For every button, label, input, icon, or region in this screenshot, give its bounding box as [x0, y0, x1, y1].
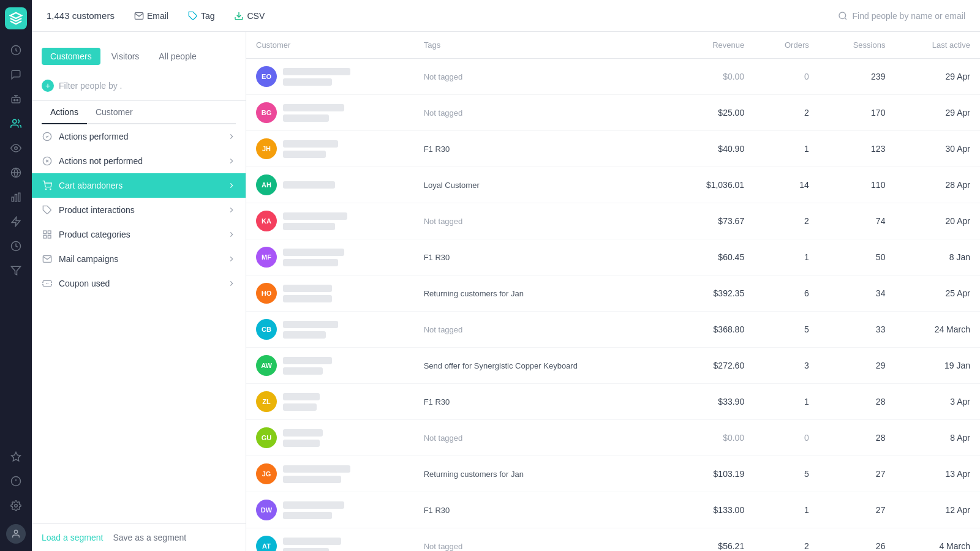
sidebar-alert-icon[interactable] — [5, 470, 27, 492]
name-blur-2 — [283, 114, 329, 122]
sidebar-bar-chart-icon[interactable] — [5, 186, 27, 208]
table-row[interactable]: AT Not tagged $56.21 2 26 4 March — [246, 528, 980, 552]
menu-item-cart-abandoners[interactable]: Cart abandoners — [32, 173, 246, 198]
csv-icon — [234, 11, 244, 21]
tab-customers[interactable]: Customers — [42, 48, 100, 65]
menu-label-actions-not-performed: Actions not performed — [59, 156, 143, 166]
menu-item-product-interactions[interactable]: Product interactions — [32, 198, 246, 222]
tag-value: F1 R30 — [424, 397, 450, 407]
search-bar[interactable]: Find people by name or email — [838, 11, 965, 21]
sessions-cell: 50 — [819, 239, 895, 276]
main-content: 1,443 customers Email Tag CSV — [32, 0, 980, 551]
tag-cell: Returning customers for Jan — [414, 276, 669, 312]
sessions-cell: 29 — [819, 348, 895, 384]
tag-cell: Not tagged — [414, 528, 669, 552]
avatar: EO — [256, 66, 277, 87]
last-active-cell: 12 Apr — [895, 492, 980, 528]
table-row[interactable]: ZL F1 R30 $33.90 1 28 3 Apr — [246, 384, 980, 420]
svg-point-2 — [14, 99, 15, 100]
table-row[interactable]: AH Loyal Customer $1,036.01 14 110 28 Ap… — [246, 167, 980, 203]
tag-value: Returning customers for Jan — [424, 470, 524, 479]
table-row[interactable]: DW F1 R30 $133.00 1 27 12 Apr — [246, 492, 980, 528]
tag-value: Loyal Customer — [424, 181, 480, 190]
name-blur-2 — [283, 223, 335, 230]
email-action[interactable]: Email — [129, 9, 173, 23]
svg-rect-33 — [48, 235, 51, 238]
orders-cell: 1 — [754, 131, 819, 167]
table-row[interactable]: GU Not tagged $0.00 0 28 8 Apr — [246, 420, 980, 456]
customer-cell: KA — [246, 203, 414, 239]
sidebar-bot-icon[interactable] — [5, 88, 27, 110]
tab-customer[interactable]: Customer — [87, 101, 141, 124]
customer-cell: DW — [246, 492, 414, 528]
mail-icon — [42, 253, 53, 264]
tab-all-people[interactable]: All people — [150, 48, 205, 65]
tag-cell: Not tagged — [414, 59, 669, 95]
avatar: AW — [256, 355, 277, 376]
user-avatar[interactable] — [6, 524, 26, 544]
table-row[interactable]: BG Not tagged $25.00 2 170 29 Apr — [246, 95, 980, 131]
name-blur-2 — [283, 476, 341, 483]
table-row[interactable]: JH F1 R30 $40.90 1 123 30 Apr — [246, 131, 980, 167]
table-row[interactable]: KA Not tagged $73.67 2 74 20 Apr — [246, 203, 980, 239]
tag-action[interactable]: Tag — [183, 9, 220, 23]
name-blur-2 — [283, 367, 323, 375]
sidebar-analytics-icon[interactable] — [5, 39, 27, 61]
tag-cell: F1 R30 — [414, 239, 669, 276]
tab-actions[interactable]: Actions — [42, 101, 87, 124]
sidebar-settings-icon[interactable] — [5, 495, 27, 517]
tag-cell: Returning customers for Jan — [414, 456, 669, 492]
table-row[interactable]: HO Returning customers for Jan $392.35 6… — [246, 276, 980, 312]
csv-action[interactable]: CSV — [229, 9, 270, 23]
last-active-cell: 8 Apr — [895, 420, 980, 456]
table-row[interactable]: JG Returning customers for Jan $103.19 5… — [246, 456, 980, 492]
menu-item-actions-not-performed[interactable]: Actions not performed — [32, 149, 246, 173]
name-blur-1 — [283, 68, 350, 75]
sidebar-star-icon[interactable] — [5, 446, 27, 468]
topbar: 1,443 customers Email Tag CSV — [32, 0, 980, 32]
col-revenue: Revenue — [669, 32, 754, 59]
email-icon — [134, 11, 144, 21]
menu-item-product-categories[interactable]: Product categories — [32, 222, 246, 247]
revenue-cell: $0.00 — [669, 59, 754, 95]
customer-cell: AH — [246, 167, 414, 203]
name-blur-1 — [283, 357, 332, 364]
grid-icon — [42, 229, 53, 240]
table-row[interactable]: CB Not tagged $368.80 5 33 24 March — [246, 312, 980, 348]
sidebar-eye-icon[interactable] — [5, 137, 27, 159]
sidebar-globe-icon[interactable] — [5, 162, 27, 184]
cart-icon — [42, 180, 53, 191]
sessions-cell: 34 — [819, 276, 895, 312]
tag-value: Send offer for Synergistic Copper Keyboa… — [424, 361, 578, 370]
menu-item-mail-campaigns[interactable]: Mail campaigns — [32, 247, 246, 271]
tag-cell: F1 R30 — [414, 492, 669, 528]
menu-item-coupon-used[interactable]: Coupon used — [32, 271, 246, 296]
name-blur-1 — [283, 104, 344, 111]
sessions-cell: 110 — [819, 167, 895, 203]
menu-item-actions-performed[interactable]: Actions performed — [32, 124, 246, 149]
table-row[interactable]: EO Not tagged $0.00 0 239 29 Apr — [246, 59, 980, 95]
avatar: ZL — [256, 391, 277, 412]
sidebar-users-icon[interactable] — [5, 113, 27, 135]
table-row[interactable]: MF F1 R30 $60.45 1 50 8 Jan — [246, 239, 980, 276]
circle-x-icon — [42, 156, 53, 167]
svg-point-4 — [13, 119, 17, 123]
svg-marker-12 — [12, 266, 21, 275]
sidebar-messages-icon[interactable] — [5, 64, 27, 86]
content-area: Customers Visitors All people + Filter p… — [32, 32, 980, 551]
table-row[interactable]: AW Send offer for Synergistic Copper Key… — [246, 348, 980, 384]
tab-visitors[interactable]: Visitors — [103, 48, 148, 65]
menu-label-product-categories: Product categories — [59, 230, 130, 239]
tag-value: F1 R30 — [424, 144, 450, 154]
sidebar-lightning-icon[interactable] — [5, 211, 27, 233]
last-active-cell: 13 Apr — [895, 456, 980, 492]
name-blur-1 — [283, 429, 323, 437]
sidebar-filter-icon[interactable] — [5, 260, 27, 282]
svg-point-3 — [17, 99, 18, 100]
sidebar-clock-icon[interactable] — [5, 235, 27, 257]
orders-cell: 1 — [754, 239, 819, 276]
add-filter-button[interactable]: + — [42, 80, 54, 92]
save-segment-button[interactable]: Save as a segment — [113, 533, 186, 542]
load-segment-button[interactable]: Load a segment — [42, 533, 103, 542]
app-logo[interactable] — [5, 7, 27, 29]
